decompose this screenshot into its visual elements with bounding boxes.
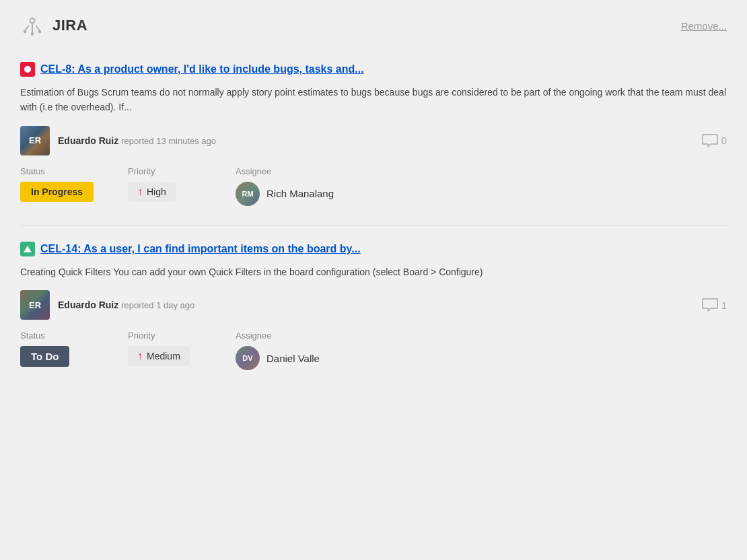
issue-2-title-link[interactable]: CEL-14: As a user, I can find important … [40, 243, 361, 255]
issue-title-row-2: CEL-14: As a user, I can find important … [20, 242, 727, 256]
svg-point-6 [31, 32, 34, 36]
header: JIRA Remove... [20, 13, 727, 38]
issue-card-2: CEL-14: As a user, I can find important … [20, 231, 727, 384]
svg-line-1 [25, 26, 28, 30]
priority-arrow-up-icon: ↑ [137, 186, 143, 198]
issue-2-reporter-avatar [20, 290, 50, 320]
story-type-icon [20, 242, 35, 256]
issue-1-reporter-text: Eduardo Ruiz reported 13 minutes ago [58, 135, 216, 146]
issue-1-description: Estimation of Bugs Scrum teams do not no… [20, 85, 727, 115]
priority-label-2: Priority [128, 330, 236, 341]
divider-1 [20, 225, 727, 225]
issue-1-reporter-name: Eduardo Ruiz [58, 135, 118, 146]
svg-point-5 [38, 30, 42, 34]
svg-point-4 [24, 30, 27, 34]
issue-2-priority-col: Priority ↑ Medium [128, 330, 236, 366]
priority-arrow-up-icon-2: ↑ [137, 350, 143, 362]
issue-2-status-col: Status To Do [20, 330, 128, 367]
issue-2-status-badge: To Do [20, 346, 69, 367]
comment-icon [701, 133, 719, 148]
issue-2-reporter-text: Eduardo Ruiz reported 1 day ago [58, 300, 194, 310]
app-title: JIRA [52, 17, 87, 34]
issue-1-assignee-avatar [236, 182, 260, 206]
issue-1-priority-badge: ↑ High [128, 182, 176, 202]
issue-2-priority-badge: ↑ Medium [128, 346, 190, 366]
issue-1-reporter-row: Eduardo Ruiz reported 13 minutes ago 0 [20, 126, 727, 155]
svg-point-0 [30, 18, 34, 23]
issue-2-assignee-info: Daniel Valle [236, 346, 320, 370]
issue-2-reporter-info: Eduardo Ruiz reported 1 day ago [20, 290, 194, 320]
status-label-1: Status [20, 166, 128, 176]
issue-1-assignee-name: Rich Manalang [266, 188, 334, 199]
remove-button[interactable]: Remove... [681, 20, 727, 32]
issue-2-assignee-col: Assignee Daniel Valle [236, 330, 320, 370]
issue-1-reporter-info: Eduardo Ruiz reported 13 minutes ago [20, 126, 216, 155]
svg-line-2 [36, 26, 39, 30]
issue-2-description: Creating Quick Filters You can add your … [20, 265, 727, 279]
jira-logo-icon [20, 13, 44, 38]
header-left: JIRA [20, 13, 87, 38]
issue-1-priority-col: Priority ↑ High [128, 166, 236, 202]
main-container: JIRA Remove... CEL-8: As a product owner… [0, 0, 747, 401]
issue-1-assignee-info: Rich Manalang [236, 182, 334, 206]
comment-icon-2 [701, 298, 719, 312]
issue-1-comment-bubble: 0 [701, 133, 727, 148]
priority-label-1: Priority [128, 166, 236, 176]
issue-2-assignee-name: Daniel Valle [266, 353, 320, 364]
status-label-2: Status [20, 330, 128, 341]
issue-title-row-1: CEL-8: As a product owner, I'd like to i… [20, 62, 727, 77]
bug-type-icon [20, 62, 35, 77]
issue-card-1: CEL-8: As a product owner, I'd like to i… [20, 51, 727, 219]
issue-2-reporter-action: reported 1 day ago [121, 300, 194, 310]
issue-1-status-col: Status In Progress [20, 166, 128, 202]
issue-1-reporter-avatar [20, 126, 50, 155]
issue-2-assignee-avatar [236, 346, 260, 370]
issue-2-comment-bubble: 1 [701, 298, 727, 312]
assignee-label-1: Assignee [236, 166, 334, 176]
issue-1-meta-row: Status In Progress Priority ↑ High Assig… [20, 166, 727, 206]
issue-2-reporter-row: Eduardo Ruiz reported 1 day ago 1 [20, 290, 727, 320]
issue-1-assignee-col: Assignee Rich Manalang [236, 166, 334, 206]
issue-2-reporter-name: Eduardo Ruiz [58, 300, 118, 310]
issue-2-comment-count: 1 [721, 300, 727, 311]
assignee-label-2: Assignee [236, 330, 320, 341]
issue-1-status-badge: In Progress [20, 182, 94, 202]
issue-1-reporter-action: reported 13 minutes ago [121, 136, 216, 146]
issue-1-title-link[interactable]: CEL-8: As a product owner, I'd like to i… [40, 63, 364, 75]
issue-2-meta-row: Status To Do Priority ↑ Medium Assignee … [20, 330, 727, 370]
issue-1-comment-count: 0 [721, 135, 727, 146]
